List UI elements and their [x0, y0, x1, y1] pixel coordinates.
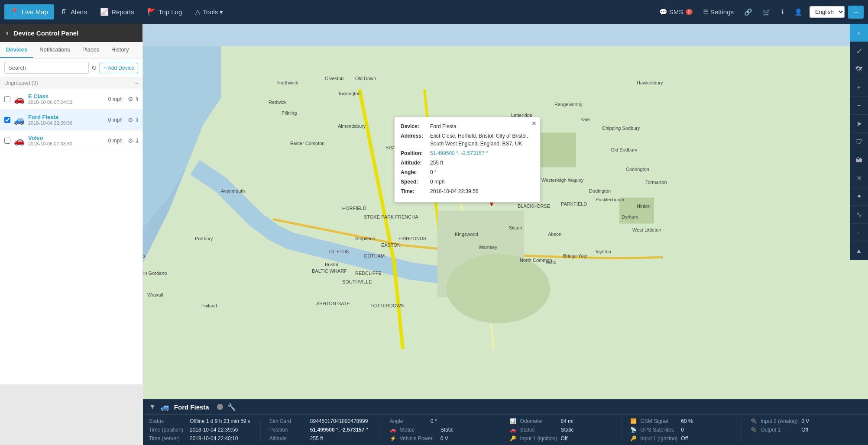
bottom-row-time-position: Time (position) 2018-10-04 22:39:56	[149, 427, 252, 433]
add-device-button[interactable]: + Add Device	[100, 63, 138, 73]
popup-address-row: Address: Eliot Close, Horfield, Bristol,…	[401, 132, 534, 148]
tab-history[interactable]: History	[105, 42, 135, 58]
device-info-e-class[interactable]: ℹ	[136, 96, 138, 103]
svg-rect-1	[437, 211, 524, 297]
nav-item-trip-log[interactable]: 🚩 Trip Log	[141, 4, 188, 19]
input1-value: Off	[681, 435, 688, 442]
vehicle-power-label: Vehicle Power	[400, 435, 439, 442]
nav-label-tools: Tools ▾	[203, 8, 223, 16]
svg-rect-0	[143, 46, 868, 423]
expand-button[interactable]: ⤡	[850, 206, 868, 224]
device-checkbox-e-class[interactable]	[4, 96, 10, 102]
bottom-col-3: Angle 0 ° 🚗 Status Static ⚡ Vehicle Powe…	[390, 418, 502, 442]
zoom-out-button[interactable]: −	[850, 97, 868, 115]
map-label: Olveston	[325, 76, 343, 81]
zoom-in-button[interactable]: +	[850, 78, 868, 97]
input2-value: 0 V	[801, 418, 809, 424]
fullscreen-button[interactable]: ⤢	[850, 42, 868, 60]
calendar-icon: 🗓	[61, 8, 68, 16]
pois-button[interactable]: 🏔	[850, 151, 868, 169]
ignition-label: Input 1 (ignition)	[520, 435, 559, 442]
popup-speed-value: 0 mph	[430, 178, 444, 186]
chart-icon: 📈	[100, 8, 109, 16]
popup-time-row: Time: 2018-10-04 22:39:56	[401, 187, 534, 195]
panel-collapse-button[interactable]: ‹	[850, 24, 868, 42]
settings-button[interactable]: ☰ Settings	[700, 6, 737, 19]
map-area[interactable]: Old DownNorthwickOlvestonTockingtonRedwi…	[143, 24, 868, 445]
time-position-value: 2018-10-04 22:39:56	[190, 427, 238, 433]
bottom-col-2: Sim Card 89445017041890478999 Position 5…	[269, 418, 381, 442]
logout-button[interactable]: →	[848, 6, 864, 19]
nav-item-reports[interactable]: 📈 Reports	[94, 4, 140, 19]
map-label: BALTIC WHARF	[312, 268, 347, 274]
device-checkbox-volvo[interactable]	[4, 138, 10, 144]
map-label: FISHPONDS	[398, 236, 426, 241]
cluster-button[interactable]: ✳	[850, 169, 868, 187]
popup-altitude-row: Altitude: 255 ft	[401, 159, 534, 167]
bottom-row-odometer: 📊 Odometer 84 mi	[510, 418, 612, 424]
layers-button[interactable]: 🗺	[850, 60, 868, 78]
popup-close-button[interactable]: ✕	[531, 120, 537, 127]
device-item-ford-fiesta[interactable]: 🚙 Ford Fiesta 2018-10-04 22:39:56 0 mph …	[0, 110, 143, 130]
up-button[interactable]: ▲	[850, 242, 868, 260]
collapse-icon[interactable]: –	[135, 80, 138, 86]
share-button[interactable]: 🔗	[741, 6, 756, 19]
bottom-vehicle-header: ▼ 🚙 Ford Fiesta 🔧	[143, 399, 868, 414]
bottom-row-position: Position 51.499500 °, -2.573157 °	[269, 427, 372, 433]
info-button[interactable]: ℹ	[778, 6, 787, 19]
ignition-value: Off	[560, 435, 567, 442]
time-server-label: Time (server)	[149, 435, 188, 442]
nav-item-alerts[interactable]: 🗓 Alerts	[55, 5, 93, 19]
nav-left: 📍 Live Map 🗓 Alerts 📈 Reports 🚩 Trip Log…	[4, 4, 656, 19]
device-item-e-class[interactable]: 🚗 E Class 2018-10-06 07:24:33 0 mph ⚙ ℹ	[0, 89, 143, 110]
back-button[interactable]: ‹	[6, 29, 8, 37]
gps-icon: 📡	[630, 427, 637, 433]
device-checkbox-ford-fiesta[interactable]	[4, 117, 10, 123]
tab-devices[interactable]: Devices	[0, 42, 33, 58]
odometer-icon: 📊	[510, 418, 516, 424]
input1-icon: 🔑	[630, 435, 637, 442]
device-info-ford-fiesta[interactable]: ℹ	[136, 116, 138, 123]
bottom-row-gps: 📡 GPS Satellites 0	[630, 427, 733, 433]
map-label: Redwick	[269, 100, 287, 105]
search-input[interactable]	[4, 62, 89, 74]
user-button[interactable]: 👤	[791, 6, 806, 19]
device-gear-ford-fiesta[interactable]: ⚙	[128, 116, 133, 123]
map-label: Avonmouth	[221, 188, 245, 193]
navigate-button[interactable]: ➤	[850, 115, 868, 133]
nav-label-trip-log: Trip Log	[159, 8, 182, 16]
corner-button[interactable]: ⌐	[850, 224, 868, 242]
device-gear-e-class[interactable]: ⚙	[128, 96, 133, 103]
map-label: Doynton	[593, 249, 611, 254]
map-label: West Littleton	[632, 227, 661, 232]
bottom-status-bar: ▼ 🚙 Ford Fiesta 🔧 Status Offline 1 d 9 h…	[143, 399, 868, 445]
tab-notifications[interactable]: Notifications	[33, 42, 76, 58]
language-select[interactable]: English	[810, 6, 845, 18]
map-label: REDCLIFFE	[355, 271, 382, 276]
sms-button[interactable]: 💬 SMS 0	[656, 6, 696, 19]
device-info-volvo[interactable]: ℹ	[136, 137, 138, 144]
cart-button[interactable]: 🛒	[759, 6, 774, 19]
settings-label: Settings	[710, 8, 734, 16]
map-label: Tockington	[338, 91, 361, 96]
popup-position-value[interactable]: 51.499500 °, -2.573157 °	[430, 149, 488, 157]
map-label: Warmley	[479, 245, 497, 250]
map-label: Northwick	[277, 80, 298, 85]
traffic-button[interactable]: ✦	[850, 187, 868, 206]
bottom-wrench-button[interactable]: 🔧	[227, 403, 236, 411]
vehicle-power-value: 0 V	[440, 435, 448, 442]
bottom-col-5: 📶 GSM Signal 60 % 📡 GPS Satellites 0 🔑 I…	[630, 418, 742, 442]
device-gear-volvo[interactable]: ⚙	[128, 137, 133, 144]
tab-places[interactable]: Places	[76, 42, 105, 58]
popup-angle-label: Angle:	[401, 168, 430, 176]
nav-item-live-map[interactable]: 📍 Live Map	[4, 4, 54, 19]
device-time-ford-fiesta: 2018-10-04 22:39:56	[28, 120, 105, 126]
bottom-vehicle-name: Ford Fiesta	[174, 403, 209, 411]
popup-address-label: Address:	[401, 132, 430, 148]
bottom-chevron[interactable]: ▼	[149, 403, 156, 411]
nav-item-tools[interactable]: △ Tools ▾	[189, 4, 229, 19]
device-item-volvo[interactable]: 🚗 Volvo 2018-10-06 07:33:50 0 mph ⚙ ℹ	[0, 130, 143, 151]
refresh-button[interactable]: ↻	[91, 64, 97, 72]
geofence-button[interactable]: 🛡	[850, 133, 868, 151]
bottom-row-output1: 🔌 Output 1 Off	[751, 427, 853, 433]
